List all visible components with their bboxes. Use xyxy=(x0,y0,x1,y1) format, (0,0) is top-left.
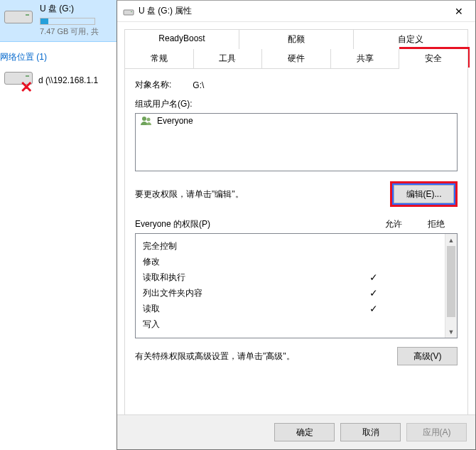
scroll-up-button[interactable]: ▲ xyxy=(445,234,457,246)
annotation-highlight: 编辑(E)... xyxy=(390,181,458,207)
drive-label: U 盘 (G:) xyxy=(40,3,99,15)
scroll-thumb[interactable] xyxy=(447,246,455,317)
advanced-button[interactable]: 高级(V) xyxy=(397,347,458,365)
properties-dialog: U 盘 (G:) 属性 ✕ ReadyBoost 配额 自定义 常规 工具 硬件… xyxy=(117,0,476,450)
drive-icon xyxy=(123,7,134,16)
svg-point-2 xyxy=(142,117,146,121)
network-drive-label: d (\\192.168.1.1 xyxy=(38,75,98,85)
permission-row[interactable]: 完全控制 xyxy=(136,238,445,254)
tab-readyboost[interactable]: ReadyBoost xyxy=(124,29,239,49)
ok-button[interactable]: 确定 xyxy=(274,423,335,441)
permission-row[interactable]: 读取✓ xyxy=(136,301,445,316)
tab-strip: ReadyBoost 配额 自定义 常规 工具 硬件 共享 安全 xyxy=(117,22,475,69)
permission-name: 修改 xyxy=(143,256,352,268)
permission-name: 写入 xyxy=(143,318,352,331)
permission-name: 完全控制 xyxy=(143,240,352,252)
groups-listbox[interactable]: Everyone xyxy=(135,113,458,171)
scrollbar[interactable]: ▲ ▼ xyxy=(445,234,457,338)
scroll-down-button[interactable]: ▼ xyxy=(445,326,457,338)
dialog-title: U 盘 (G:) 属性 xyxy=(139,5,443,17)
allow-header: 允许 xyxy=(372,218,415,230)
edit-hint: 要更改权限，请单击"编辑"。 xyxy=(135,188,244,200)
permission-name: 列出文件夹内容 xyxy=(143,287,352,299)
permission-row[interactable]: 写入 xyxy=(136,316,445,332)
drive-icon xyxy=(4,6,36,24)
tab-customize[interactable]: 自定义 xyxy=(354,29,468,49)
security-panel: 对象名称: G:\ 组或用户名(G): Everyone 要更改权限，请单击"编… xyxy=(124,69,468,433)
permission-allow: ✓ xyxy=(352,287,395,299)
close-button[interactable]: ✕ xyxy=(443,1,475,22)
advanced-hint: 有关特殊权限或高级设置，请单击"高级"。 xyxy=(135,350,295,363)
tab-hardware[interactable]: 硬件 xyxy=(262,49,331,69)
permissions-listbox[interactable]: 完全控制修改读取和执行✓列出文件夹内容✓读取✓写入 ▲ ▼ xyxy=(135,233,458,338)
permission-allow: ✓ xyxy=(352,303,395,314)
groups-label: 组或用户名(G): xyxy=(135,98,458,110)
svg-point-3 xyxy=(147,118,151,122)
permission-name: 读取和执行 xyxy=(143,272,352,284)
permission-name: 读取 xyxy=(143,303,352,315)
permission-allow: ✓ xyxy=(352,272,395,283)
permission-row[interactable]: 读取和执行✓ xyxy=(136,269,445,285)
deny-header: 拒绝 xyxy=(415,218,458,230)
drive-item[interactable]: U 盘 (G:) 7.47 GB 可用, 共 xyxy=(0,0,117,41)
titlebar[interactable]: U 盘 (G:) 属性 ✕ xyxy=(117,1,475,22)
permissions-header: Everyone 的权限(P) xyxy=(135,218,372,230)
group-item-everyone[interactable]: Everyone xyxy=(136,114,457,128)
dialog-button-bar: 确定 取消 应用(A) xyxy=(117,414,475,449)
permission-row[interactable]: 列出文件夹内容✓ xyxy=(136,285,445,301)
svg-rect-1 xyxy=(131,11,132,12)
edit-button[interactable]: 编辑(E)... xyxy=(394,185,454,203)
drive-subtext: 7.47 GB 可用, 共 xyxy=(40,26,99,37)
svg-rect-0 xyxy=(124,10,134,15)
group-item-label: Everyone xyxy=(157,116,193,126)
tab-general[interactable]: 常规 xyxy=(124,49,194,69)
object-name-label: 对象名称: xyxy=(135,79,171,91)
network-drive-item[interactable]: ✕ d (\\192.168.1.1 xyxy=(4,70,98,91)
object-name-value: G:\ xyxy=(193,80,204,90)
apply-button[interactable]: 应用(A) xyxy=(406,423,467,441)
tab-security[interactable]: 安全 xyxy=(399,49,468,69)
disconnected-icon: ✕ xyxy=(20,78,33,97)
people-icon xyxy=(140,116,153,126)
tab-sharing[interactable]: 共享 xyxy=(331,49,400,69)
tab-quota[interactable]: 配额 xyxy=(239,29,354,49)
network-section-header[interactable]: 网络位置 (1) xyxy=(0,51,47,63)
network-drive-icon: ✕ xyxy=(4,70,36,91)
permission-row[interactable]: 修改 xyxy=(136,254,445,269)
cancel-button[interactable]: 取消 xyxy=(340,423,401,441)
tab-tools[interactable]: 工具 xyxy=(194,49,263,69)
